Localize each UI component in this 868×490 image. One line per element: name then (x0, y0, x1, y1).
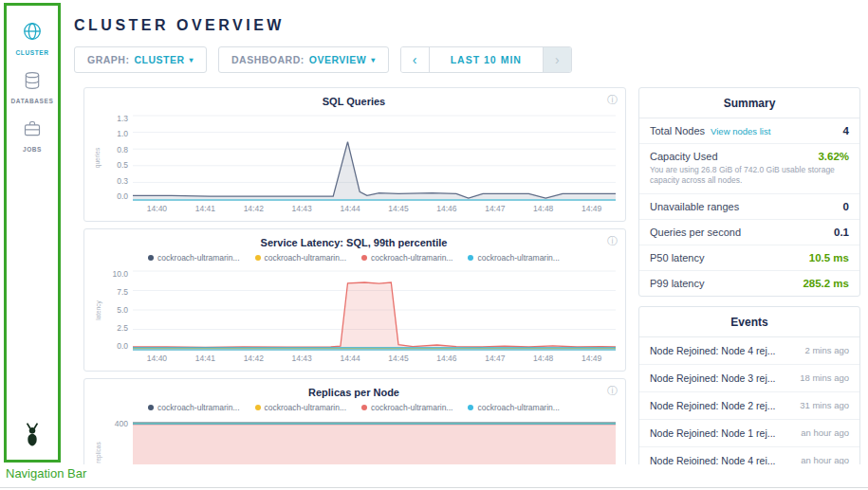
databases-icon (23, 71, 42, 94)
time-next-button[interactable]: › (543, 47, 571, 72)
main-content: CLUSTER OVERVIEW GRAPH: CLUSTER ▾ DASHBO… (74, 0, 860, 464)
chart-title: SQL Queries (92, 96, 616, 107)
event-time: an hour ago (801, 427, 849, 438)
time-range-label[interactable]: LAST 10 MIN (430, 47, 543, 72)
legend-dot-icon (468, 255, 473, 261)
summary-row: Unavailable ranges0 (639, 194, 859, 220)
time-prev-button[interactable]: ‹ (401, 47, 430, 72)
legend-dot-icon (361, 255, 367, 261)
summary-row-label: Unavailable ranges (650, 201, 739, 212)
cockroachdb-logo-icon (20, 422, 45, 450)
legend-dot-icon (255, 405, 261, 410)
legend-item: cockroach-ultramarin... (255, 253, 346, 263)
summary-row-label: P50 latency (650, 252, 704, 263)
x-tick-label: 14:45 (375, 204, 423, 213)
chart-xticks: 14:4014:4114:4214:4314:4414:4514:4614:47… (133, 354, 616, 363)
y-tick-label: 0.3 (117, 176, 128, 186)
y-tick-label: 400 (115, 419, 128, 428)
chart-legend: cockroach-ultramarin...cockroach-ultrama… (92, 253, 616, 263)
legend-label: cockroach-ultramarin... (157, 253, 239, 263)
info-icon[interactable]: ⓘ (607, 93, 618, 107)
x-tick-label: 14:46 (422, 354, 471, 363)
dashboard-controls: GRAPH: CLUSTER ▾ DASHBOARD: OVERVIEW ▾ ‹… (74, 46, 860, 73)
event-text: Node Rejoined: Node 3 rej... (650, 372, 792, 384)
bottom-divider (0, 487, 868, 488)
event-text: Node Rejoined: Node 4 rej... (650, 455, 793, 464)
annotation-label: Navigation Bar (6, 466, 86, 481)
x-tick-label: 14:44 (326, 204, 375, 213)
info-icon[interactable]: ⓘ (607, 234, 618, 248)
summary-panel: Summary Total NodesView nodes list4Capac… (638, 87, 860, 297)
chart-yticks: 10.07.55.02.50.0 (103, 269, 133, 351)
legend-item: cockroach-ultramarin... (468, 253, 559, 263)
jobs-icon (23, 119, 42, 142)
chart-yticks: 1.31.00.80.50.30.0 (103, 114, 133, 201)
legend-label: cockroach-ultramarin... (157, 403, 239, 412)
sidebar-item-label: CLUSTER (16, 49, 49, 56)
charts-column: SQL Queries ⓘ queries 1.31.00.80.50.30.0… (83, 87, 626, 464)
y-tick-label: 1.0 (117, 129, 128, 138)
summary-row-value: 3.62% (818, 151, 849, 162)
event-time: 31 mins ago (800, 400, 849, 410)
event-text: Node Rejoined: Node 2 rej... (650, 400, 792, 411)
time-range-selector: ‹ LAST 10 MIN › (400, 46, 572, 73)
cluster-overview-screen: CLUSTER DATABASES (0, 0, 868, 464)
events-title: Events (639, 307, 859, 337)
event-row: Node Rejoined: Node 3 rej...18 mins ago (639, 365, 859, 392)
chart-body: queries 1.31.00.80.50.30.0 (92, 114, 616, 201)
chart-yticks: 400 (103, 419, 133, 464)
y-axis-label: latency (92, 269, 103, 351)
y-tick-label: 5.0 (117, 305, 128, 315)
app-window: CLUSTER DATABASES (0, 0, 868, 490)
x-tick-label: 14:44 (326, 354, 375, 363)
summary-row-value: 10.5 ms (809, 252, 849, 263)
event-time: 18 mins ago (800, 372, 849, 383)
legend-item: cockroach-ultramarin... (148, 253, 239, 263)
x-tick-label: 14:48 (519, 354, 567, 363)
sidebar-item-cluster[interactable]: CLUSTER (16, 21, 49, 56)
x-tick-label: 14:42 (230, 204, 278, 213)
y-tick-label: 7.5 (117, 287, 128, 297)
legend-dot-icon (361, 405, 367, 410)
event-row: Node Rejoined: Node 4 rej...2 mins ago (639, 337, 859, 365)
x-tick-label: 14:46 (422, 204, 471, 213)
info-icon[interactable]: ⓘ (607, 384, 618, 398)
content-area: SQL Queries ⓘ queries 1.31.00.80.50.30.0… (83, 87, 860, 464)
graph-dropdown-label: GRAPH: (87, 54, 129, 65)
y-axis-label: queries (92, 114, 103, 201)
x-tick-label: 14:49 (567, 354, 616, 363)
legend-dot-icon (468, 405, 473, 410)
chart-title: Replicas per Node (92, 387, 616, 398)
legend-item: cockroach-ultramarin... (468, 403, 559, 412)
x-tick-label: 14:40 (133, 204, 181, 213)
view-nodes-link[interactable]: View nodes list (711, 126, 770, 136)
y-tick-label: 0.0 (117, 191, 128, 201)
event-time: 2 mins ago (805, 345, 849, 355)
graph-dropdown[interactable]: GRAPH: CLUSTER ▾ (74, 46, 207, 73)
dashboard-dropdown-label: DASHBOARD: (231, 54, 305, 65)
cluster-icon (22, 21, 43, 45)
sidebar-item-jobs[interactable]: JOBS (23, 119, 42, 153)
legend-label: cockroach-ultramarin... (371, 403, 452, 412)
y-tick-label: 0.5 (117, 160, 128, 170)
chart-sql-queries: SQL Queries ⓘ queries 1.31.00.80.50.30.0… (83, 87, 626, 222)
event-row: Node Rejoined: Node 2 rej...31 mins ago (639, 392, 859, 420)
legend-label: cockroach-ultramarin... (265, 403, 346, 412)
graph-dropdown-value: CLUSTER (134, 54, 184, 65)
x-tick-label: 14:43 (278, 354, 326, 363)
event-text: Node Rejoined: Node 1 rej... (650, 427, 793, 439)
x-tick-label: 14:40 (133, 354, 181, 363)
x-tick-label: 14:41 (181, 354, 230, 363)
chart-plot (133, 419, 616, 464)
x-tick-label: 14:41 (181, 204, 230, 213)
summary-row-label: Capacity Used (650, 151, 718, 162)
sidebar-item-databases[interactable]: DATABASES (11, 71, 54, 104)
x-tick-label: 14:47 (471, 354, 519, 363)
x-tick-label: 14:47 (471, 204, 519, 213)
summary-row-value: 4 (843, 125, 849, 136)
events-panel: Events Node Rejoined: Node 4 rej...2 min… (638, 306, 860, 464)
legend-dot-icon (148, 405, 154, 410)
dashboard-dropdown[interactable]: DASHBOARD: OVERVIEW ▾ (218, 46, 389, 73)
summary-title: Summary (639, 88, 859, 118)
summary-row: P50 latency10.5 ms (639, 245, 859, 271)
